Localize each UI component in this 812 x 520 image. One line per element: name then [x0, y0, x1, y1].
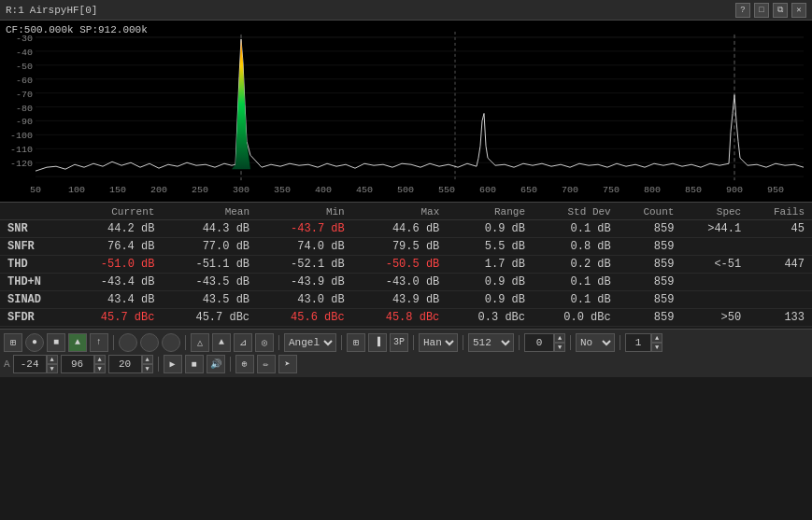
col-header-name [0, 204, 67, 220]
gain3-spinbox: ▲ ▼ [108, 355, 153, 373]
fft-size-select[interactable]: 512 1024 [468, 333, 514, 352]
speaker-button[interactable]: 🔊 [207, 355, 225, 373]
svg-text:500: 500 [397, 185, 414, 195]
tri-other-button[interactable]: ⊿ [234, 333, 252, 352]
circle-btn-1[interactable] [119, 333, 137, 352]
row-cell: 44.6 dB [352, 220, 448, 238]
row-name: SFDR [0, 309, 67, 327]
col-header-max: Max [352, 204, 448, 220]
toolbar: ⊞ ● ■ ▲ ↑ △ ▲ ⊿ ◎ Angel ⊞ ▐ 3P Han 512 1… [0, 329, 812, 377]
toolbar-row2: A ▲ ▼ ▲ ▼ ▲ ▼ ▶ ■ 🔊 ⊕ ✏ [4, 354, 808, 374]
svg-text:-110: -110 [10, 145, 33, 155]
row-cell: 859 [619, 220, 682, 238]
col-header-current: Current [67, 204, 163, 220]
sep6 [463, 335, 463, 350]
row-cell: -52.1 dB [257, 256, 352, 274]
svg-text:150: 150 [109, 185, 126, 195]
num2-up[interactable]: ▲ [651, 333, 662, 343]
row-cell: 45 [748, 220, 812, 238]
crosshair-button[interactable]: ⊕ [235, 355, 254, 373]
row-cell: >44.1 [681, 220, 748, 238]
green-button[interactable]: ▲ [68, 333, 87, 352]
record-button[interactable]: ● [25, 333, 44, 352]
grid2-button[interactable]: ⊞ [347, 333, 365, 352]
gain3-up[interactable]: ▲ [142, 355, 153, 364]
row-cell: 45.8 dBc [352, 309, 448, 327]
circle-btn-3[interactable] [162, 333, 180, 352]
square-button[interactable]: ■ [47, 333, 65, 352]
svg-text:100: 100 [68, 185, 85, 195]
row-cell: 45.7 dBc [67, 309, 163, 327]
row-cell: 5.5 dB [447, 238, 533, 256]
gain1-down[interactable]: ▼ [47, 364, 58, 373]
row-cell: 0.9 dB [447, 220, 533, 238]
row-name: SNFR [0, 238, 67, 256]
row-name: THD+N [0, 274, 67, 291]
col-header-spec: Spec [681, 204, 748, 220]
num1-down[interactable]: ▼ [554, 343, 565, 352]
han-select[interactable]: Han [419, 333, 458, 352]
gain2-up[interactable]: ▲ [94, 355, 106, 364]
row-cell: >50 [681, 309, 748, 327]
spectrum-area: CF:500.000k SP:912.000k -30 -40 -50 -60 … [0, 21, 812, 203]
svg-text:600: 600 [479, 185, 496, 195]
spectrum-chart: -30 -40 -50 -60 -70 -80 -90 -100 -110 -1… [0, 21, 812, 202]
row-cell [748, 291, 812, 309]
num2-arrows: ▲ ▼ [651, 333, 662, 352]
up-arrow-button[interactable]: ↑ [90, 333, 108, 352]
gain3-down[interactable]: ▼ [142, 364, 153, 373]
titlebar: R:1 AirspyHF[0] ? □ ⧉ ✕ [0, 0, 812, 21]
pencil-button[interactable]: ✏ [257, 355, 276, 373]
svg-rect-0 [0, 21, 812, 202]
row-name: THD [0, 256, 67, 274]
sep8 [570, 335, 571, 350]
angel-select[interactable]: Angel [284, 333, 336, 352]
no-select[interactable]: No Yes [576, 333, 615, 352]
circle-dot-button[interactable]: ◎ [255, 333, 274, 352]
svg-text:550: 550 [438, 185, 455, 195]
circle-btn-2[interactable] [140, 333, 159, 352]
svg-text:400: 400 [315, 185, 332, 195]
gain2-input[interactable] [61, 355, 94, 373]
num2-down[interactable]: ▼ [651, 343, 662, 352]
svg-text:250: 250 [192, 185, 208, 195]
row-cell: <-51 [681, 256, 748, 274]
stop-button[interactable]: ■ [185, 355, 204, 373]
row-cell: 859 [619, 274, 682, 291]
num1-up[interactable]: ▲ [554, 333, 565, 343]
row-cell: 74.0 dB [257, 238, 352, 256]
svg-text:-120: -120 [10, 159, 33, 169]
row-cell: 0.1 dB [533, 220, 619, 238]
tri-outline-button[interactable]: △ [191, 333, 209, 352]
play-button[interactable]: ▶ [164, 355, 182, 373]
num2-input[interactable] [625, 333, 651, 352]
arrow-button[interactable]: ➤ [278, 355, 297, 373]
help-button[interactable]: ? [735, 3, 750, 18]
num1-input[interactable] [524, 333, 554, 352]
tri-solid-button[interactable]: ▲ [212, 333, 231, 352]
gain1-input[interactable] [13, 355, 47, 373]
restore-button[interactable]: ⧉ [773, 3, 788, 18]
sep2 [185, 335, 186, 350]
titlebar-buttons: ? □ ⧉ ✕ [735, 3, 806, 18]
row-cell: -50.5 dB [352, 256, 448, 274]
close-button[interactable]: ✕ [791, 3, 806, 18]
row-cell: 0.3 dBc [447, 309, 533, 327]
row-cell: 0.0 dBc [533, 309, 619, 327]
gain3-input[interactable] [108, 355, 142, 373]
gain2-down[interactable]: ▼ [94, 364, 106, 373]
grid-button[interactable]: ⊞ [4, 333, 22, 352]
svg-text:750: 750 [603, 185, 620, 195]
sep10 [158, 357, 159, 372]
row-cell: -43.4 dB [67, 274, 163, 291]
table-row: THD-51.0 dB-51.1 dB-52.1 dB-50.5 dB1.7 d… [0, 256, 812, 274]
table-row: SFDR45.7 dBc45.7 dBc45.6 dBc45.8 dBc0.3 … [0, 309, 812, 327]
bar-button[interactable]: ▐ [368, 333, 387, 352]
gain1-up[interactable]: ▲ [47, 355, 58, 364]
3p-button[interactable]: 3P [390, 333, 408, 352]
window-button[interactable]: □ [754, 3, 769, 18]
svg-text:-70: -70 [16, 90, 33, 100]
table-row: SNFR76.4 dB77.0 dB74.0 dB79.5 dB5.5 dB0.… [0, 238, 812, 256]
row-cell: 447 [748, 256, 812, 274]
sep9 [620, 335, 620, 350]
